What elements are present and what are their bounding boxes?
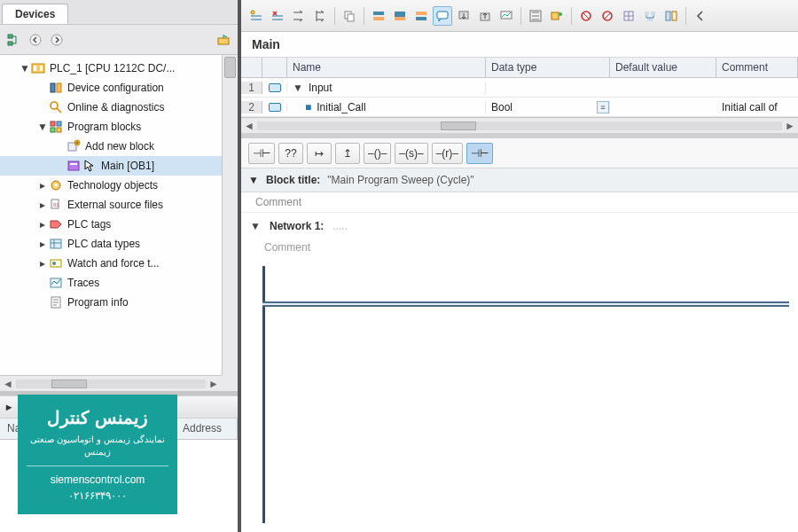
cell-type[interactable]: Bool <box>491 101 512 113</box>
download-icon[interactable] <box>454 6 473 26</box>
svg-rect-47 <box>645 12 649 15</box>
comment-toggle-icon[interactable] <box>433 6 452 26</box>
tree-scrollbar-vertical[interactable] <box>222 55 238 375</box>
editor-toolbar <box>241 0 798 32</box>
goto-icon[interactable] <box>289 6 309 26</box>
svg-point-43 <box>559 12 562 16</box>
svg-rect-36 <box>416 17 426 20</box>
col-datatype[interactable]: Data type <box>486 58 610 77</box>
network-header[interactable]: ▼ Network 1: ..... <box>241 213 798 239</box>
tree-label: Technology objects <box>67 179 158 192</box>
goto2-icon[interactable] <box>310 6 330 26</box>
tree-label: PLC data types <box>67 238 140 250</box>
tree-node-plc-tags[interactable]: ▸ PLC tags <box>0 215 223 234</box>
lad-empty-box[interactable]: ?? <box>278 143 303 164</box>
tree-node-watch-force[interactable]: ▸ Watch and force t... <box>0 254 223 273</box>
view1-icon[interactable] <box>369 6 388 26</box>
tree-node-program-blocks[interactable]: ▼ Program blocks <box>0 117 223 137</box>
ladder-rung-area[interactable] <box>241 262 798 532</box>
nav-fwd-icon[interactable] <box>48 31 66 49</box>
caret-right-icon[interactable]: ▸ <box>37 179 48 192</box>
err1-icon[interactable] <box>576 6 596 26</box>
tree-node-ext-sources[interactable]: ▸ 01 External source files <box>0 195 223 215</box>
lad-contact-no[interactable]: ⊣⊢ <box>248 143 275 164</box>
interface-row-group[interactable]: 1 ▼Input <box>241 78 798 98</box>
col-name[interactable]: Name <box>287 58 486 77</box>
wm-title: زیمنس کنترل <box>27 407 168 428</box>
upload-icon[interactable] <box>475 6 495 26</box>
caret-right-icon[interactable]: ▸ <box>37 199 48 211</box>
caret-down-icon[interactable]: ▼ <box>20 62 30 74</box>
tree-node-plc[interactable]: ▼ PLC_1 [CPU 1212C DC/... <box>0 59 223 78</box>
block-title-row[interactable]: ▼ Block title: "Main Program Sweep (Cycl… <box>241 168 798 192</box>
copy-icon[interactable] <box>340 6 359 26</box>
svg-point-25 <box>52 262 56 265</box>
caret-down-icon[interactable]: ▼ <box>37 121 48 133</box>
abs-symb-icon[interactable] <box>526 6 545 26</box>
network-comment[interactable]: Comment <box>241 239 798 262</box>
monitor-icon[interactable] <box>497 6 516 26</box>
col-comment[interactable]: Comment <box>716 58 798 77</box>
svg-rect-50 <box>666 12 670 20</box>
svg-rect-51 <box>672 12 677 20</box>
tree-options-icon[interactable] <box>5 31 23 49</box>
interface-scrollbar[interactable]: ◄► <box>241 117 798 133</box>
lad-coil[interactable]: –()– <box>364 143 391 164</box>
lad-reset-coil[interactable]: –(r)– <box>432 143 463 164</box>
svg-rect-37 <box>437 12 448 19</box>
tree-node-traces[interactable]: Traces <box>0 273 223 293</box>
block-title-comment[interactable]: Comment <box>241 192 798 213</box>
wm-url: siemenscontrol.com <box>27 473 168 486</box>
crossref-icon[interactable] <box>619 6 638 26</box>
rung-line[interactable] <box>262 301 789 307</box>
tree-node-device-config[interactable]: Device configuration <box>0 78 223 98</box>
tree-node-program-info[interactable]: Program info <box>0 293 223 312</box>
nav-back-icon[interactable] <box>27 31 44 49</box>
tree-scrollbar-horizontal[interactable]: ◄► <box>0 375 222 391</box>
details-col-address[interactable]: Address <box>176 419 238 439</box>
delete-network-icon[interactable] <box>268 6 287 26</box>
caret-right-icon[interactable]: ▸ <box>4 401 14 413</box>
caret-right-icon[interactable]: ▸ <box>37 218 48 231</box>
project-tree[interactable]: ▼ PLC_1 [CPU 1212C DC/... Device configu… <box>0 55 223 391</box>
cell-name[interactable]: Input <box>309 82 332 94</box>
tree-node-main-ob1[interactable]: Main [OB1] <box>0 156 223 176</box>
svg-rect-30 <box>348 14 354 21</box>
insert-network-icon[interactable] <box>246 6 266 26</box>
view3-icon[interactable] <box>411 6 431 26</box>
show-network-icon[interactable] <box>215 31 232 49</box>
tree-node-tech-objects[interactable]: ▸ Technology objects <box>0 176 223 195</box>
call-struct-icon[interactable] <box>640 6 660 26</box>
compare-icon[interactable] <box>661 6 681 26</box>
caret-down-icon[interactable]: ▼ <box>248 174 259 186</box>
lad-branch-close[interactable]: ↥ <box>335 143 360 164</box>
lad-contact-nc[interactable]: ⊣⊢ <box>466 143 493 164</box>
ob-block-icon <box>66 159 82 173</box>
caret-right-icon[interactable]: ▸ <box>37 257 48 270</box>
block-title-value[interactable]: "Main Program Sweep (Cycle)" <box>327 174 473 186</box>
err2-icon[interactable] <box>598 6 617 26</box>
tree-node-online-diag[interactable]: Online & diagnostics <box>0 98 223 117</box>
lad-set-coil[interactable]: –(s)– <box>395 143 427 164</box>
caret-right-icon[interactable]: ▸ <box>37 238 48 250</box>
devices-tab[interactable]: Devices <box>2 4 68 24</box>
cell-comment[interactable]: Initial call of <box>716 101 798 113</box>
svg-rect-9 <box>57 83 61 92</box>
lad-branch-open[interactable]: ↦ <box>307 143 332 164</box>
watch-icon <box>48 256 64 270</box>
interface-row-leaf[interactable]: 2 ■Initial_Call Bool≡ Initial call of <box>241 98 798 117</box>
caret-down-icon[interactable]: ▼ <box>250 220 261 232</box>
prev-icon[interactable] <box>691 6 710 26</box>
svg-rect-18 <box>70 163 77 165</box>
type-picker-icon[interactable]: ≡ <box>597 101 609 113</box>
interface-table[interactable]: Name Data type Default value Comment 1 ▼… <box>241 58 798 133</box>
tag-display-icon[interactable] <box>547 6 567 26</box>
svg-rect-8 <box>51 83 55 92</box>
tree-node-plc-types[interactable]: ▸ PLC data types <box>0 234 223 254</box>
svg-rect-35 <box>416 12 426 15</box>
svg-rect-14 <box>57 128 61 132</box>
tree-node-add-block[interactable]: Add new block <box>0 137 223 156</box>
col-default[interactable]: Default value <box>610 58 716 77</box>
cell-name[interactable]: Initial_Call <box>317 101 365 113</box>
view2-icon[interactable] <box>390 6 410 26</box>
